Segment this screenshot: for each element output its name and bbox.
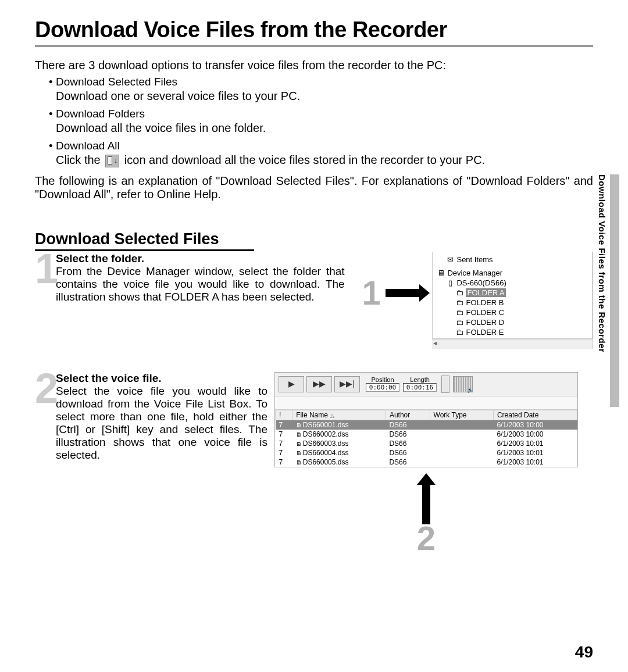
- table-row[interactable]: 7 🗎DS660004.dss DS66 6/1/2003 10:01: [276, 448, 577, 457]
- col-worktype[interactable]: Work Type: [430, 410, 493, 420]
- folder-icon: 🗀: [456, 318, 464, 327]
- folder-icon: 🗀: [456, 298, 464, 307]
- cell-worktype: [430, 430, 493, 439]
- callout-number-2: 2: [274, 524, 578, 552]
- tree-label: FOLDER E: [466, 328, 504, 337]
- divider: [35, 45, 593, 47]
- tree-item-folder-b[interactable]: 🗀 FOLDER B: [437, 298, 590, 308]
- device-manager-tree: ✉ Sent Items 🖥 Device Manager ▯ DS-660(D…: [432, 252, 593, 349]
- arrow-up-icon: [422, 484, 430, 524]
- step-number-2: 2: [35, 372, 55, 462]
- volume-icon[interactable]: [453, 376, 473, 392]
- mail-icon: ✉: [447, 255, 455, 264]
- bullet-desc-2: Download all the voice files in one fold…: [56, 121, 593, 135]
- play-button[interactable]: ▶: [279, 376, 304, 392]
- table-row[interactable]: 7 🗎DS660005.dss DS66 6/1/2003 10:01: [276, 457, 577, 467]
- col-priority[interactable]: !: [276, 410, 292, 420]
- audio-file-icon: 🗎: [296, 459, 302, 466]
- cell-priority: 7: [276, 457, 292, 467]
- folder-icon: 🗀: [456, 288, 464, 297]
- scrollbar[interactable]: [432, 339, 593, 349]
- next-track-button[interactable]: ▶▶|: [334, 376, 360, 392]
- intro-text: There are 3 download options to transfer…: [35, 59, 593, 72]
- explain-text: The following is an explanation of "Down…: [35, 174, 593, 201]
- tree-item-folder-d[interactable]: 🗀 FOLDER D: [437, 317, 590, 327]
- cell-priority: 7: [276, 439, 292, 448]
- page-number: 49: [575, 643, 593, 662]
- cell-created: 6/1/2003 10:00: [493, 420, 577, 430]
- tree-item-folder-e[interactable]: 🗀 FOLDER E: [437, 327, 590, 337]
- folder-icon: 🗀: [456, 328, 464, 337]
- voice-file-list-box: ▶ ▶▶ ▶▶| Position 0:00:00 Length 0:00:16: [274, 372, 578, 467]
- col-created[interactable]: Created Date: [493, 410, 577, 420]
- cell-created: 6/1/2003 10:01: [493, 448, 577, 457]
- tree-item-sent-items[interactable]: ✉ Sent Items: [437, 255, 590, 264]
- section-title: Download Selected Files: [35, 230, 254, 251]
- tree-label: Sent Items: [456, 255, 493, 264]
- cell-author: DS66: [386, 448, 430, 457]
- cell-priority: 7: [276, 430, 292, 439]
- page-title: Download Voice Files from the Recorder: [35, 17, 593, 42]
- cell-author: DS66: [386, 457, 430, 467]
- bullet-desc-3: Click the icon and download all the voic…: [56, 153, 593, 167]
- cell-filename: 🗎DS660004.dss: [292, 448, 386, 457]
- recorder-icon: ▯: [447, 278, 455, 287]
- cell-created: 6/1/2003 10:01: [493, 439, 577, 448]
- step-1-text: From the Device Manager window, select t…: [56, 265, 345, 303]
- length-label: Length: [410, 376, 430, 383]
- col-filename[interactable]: File Name△: [292, 410, 386, 420]
- bullet-title-1: Download Selected Files: [49, 76, 593, 88]
- cell-priority: 7: [276, 420, 292, 430]
- tree-label: FOLDER C: [466, 308, 504, 317]
- length-value: 0:00:16: [403, 383, 437, 392]
- step-2-text: Select the voice file you would like to …: [56, 385, 267, 462]
- audio-file-icon: 🗎: [296, 431, 302, 438]
- download-all-icon: [105, 155, 119, 167]
- callout-number-1: 1: [362, 281, 381, 305]
- bullet-desc-1: Download one or several voice files to y…: [56, 90, 593, 103]
- cell-created: 6/1/2003 10:01: [493, 457, 577, 467]
- step-1-title: Select the folder.: [56, 252, 345, 265]
- cell-worktype: [430, 420, 493, 430]
- bullet-title-2: Download Folders: [49, 108, 593, 120]
- cell-author: DS66: [386, 430, 430, 439]
- cell-worktype: [430, 457, 493, 467]
- sort-asc-icon: △: [330, 413, 334, 419]
- tree-label: Device Manager: [447, 269, 502, 277]
- cell-filename: 🗎DS660001.dss: [292, 420, 386, 430]
- position-value: 0:00:00: [366, 383, 399, 392]
- cell-filename: 🗎DS660003.dss: [292, 439, 386, 448]
- tree-item-device-manager[interactable]: 🖥 Device Manager: [437, 268, 590, 278]
- cell-worktype: [430, 448, 493, 457]
- col-author[interactable]: Author: [386, 410, 430, 420]
- device-manager-icon: 🖥: [437, 269, 445, 277]
- audio-file-icon: 🗎: [296, 422, 302, 428]
- side-tab-bar: [610, 174, 619, 407]
- bullet-title-3: Download All: [49, 140, 593, 152]
- tree-item-device[interactable]: ▯ DS-660(DS66): [437, 278, 590, 288]
- table-row[interactable]: 7 🗎DS660002.dss DS66 6/1/2003 10:00: [276, 430, 577, 439]
- file-table: ! File Name△ Author Work Type Created Da…: [275, 410, 577, 467]
- table-row[interactable]: 7 🗎DS660001.dss DS66 6/1/2003 10:00: [276, 420, 577, 430]
- tree-label: FOLDER D: [466, 318, 504, 327]
- step-2-title: Select the voice file.: [56, 372, 267, 385]
- tree-item-folder-c[interactable]: 🗀 FOLDER C: [437, 308, 590, 317]
- audio-file-icon: 🗎: [296, 441, 302, 447]
- speed-slider[interactable]: [441, 376, 449, 393]
- cell-author: DS66: [386, 439, 430, 448]
- tree-label: DS-660(DS66): [456, 278, 506, 287]
- arrow-right-icon: [386, 289, 420, 297]
- fast-forward-button[interactable]: ▶▶: [306, 376, 332, 392]
- cell-worktype: [430, 439, 493, 448]
- cell-created: 6/1/2003 10:00: [493, 430, 577, 439]
- position-label: Position: [371, 376, 394, 383]
- tree-label: FOLDER A: [466, 288, 505, 297]
- tree-label: FOLDER B: [466, 298, 504, 307]
- cell-author: DS66: [386, 420, 430, 430]
- bullet-desc-3-post: icon and download all the voice files st…: [124, 153, 485, 166]
- audio-file-icon: 🗎: [296, 450, 302, 456]
- cell-priority: 7: [276, 448, 292, 457]
- folder-icon: 🗀: [456, 308, 464, 317]
- tree-item-folder-a[interactable]: 🗀 FOLDER A: [437, 288, 590, 298]
- table-row[interactable]: 7 🗎DS660003.dss DS66 6/1/2003 10:01: [276, 439, 577, 448]
